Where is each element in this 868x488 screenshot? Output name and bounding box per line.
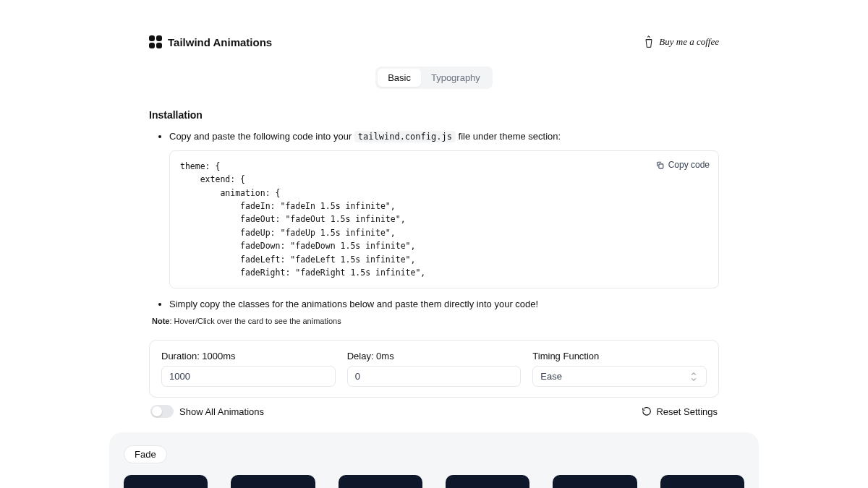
show-all-toggle[interactable] bbox=[150, 405, 174, 418]
chevron-down-icon bbox=[689, 372, 699, 382]
fade-group-title: Fade bbox=[124, 445, 167, 463]
config-filename: tailwind.config.js bbox=[354, 131, 456, 142]
card-fade-out[interactable]: Fade Out bbox=[231, 475, 315, 488]
timing-label: Timing Function bbox=[532, 351, 707, 361]
delay-label: Delay: 0ms bbox=[347, 351, 522, 361]
animation-preview bbox=[124, 475, 208, 488]
installation-steps: Copy and paste the following code into y… bbox=[149, 129, 719, 312]
copy-code-button[interactable]: Copy code bbox=[655, 158, 710, 172]
reset-button[interactable]: Reset Settings bbox=[642, 406, 718, 417]
show-all-toggle-wrap: Show All Animations bbox=[150, 405, 264, 418]
timing-control: Timing Function Ease bbox=[532, 351, 707, 387]
card-fade-up[interactable]: Fade Up bbox=[339, 475, 422, 488]
logo-icon bbox=[149, 35, 162, 48]
tab-group: Basic Typography bbox=[375, 67, 493, 89]
duration-label: Duration: 1000ms bbox=[161, 351, 336, 361]
card-fade-left[interactable]: Fade Left bbox=[553, 475, 637, 488]
code-content: theme: { extend: { animation: { fadeIn: … bbox=[180, 160, 708, 280]
copy-code-label: Copy code bbox=[668, 158, 710, 172]
tab-basic[interactable]: Basic bbox=[378, 69, 421, 87]
animation-preview bbox=[660, 475, 744, 488]
code-block: Copy code theme: { extend: { animation: … bbox=[169, 150, 719, 289]
installation-title: Installation bbox=[149, 109, 719, 121]
duration-input[interactable] bbox=[161, 366, 336, 387]
card-fade-right[interactable]: Fade Right bbox=[660, 475, 744, 488]
delay-control: Delay: 0ms bbox=[347, 351, 522, 387]
fade-group: Fade Fade In Fade Out bbox=[109, 432, 759, 488]
copy-icon bbox=[655, 160, 665, 170]
installation-section: Installation Copy and paste the followin… bbox=[149, 109, 719, 325]
delay-input[interactable] bbox=[347, 366, 522, 387]
tab-typography[interactable]: Typography bbox=[421, 69, 490, 87]
install-step-2: Simply copy the classes for the animatio… bbox=[169, 297, 719, 312]
timing-select[interactable]: Ease bbox=[532, 366, 707, 387]
fade-cards: Fade In Fade Out Fade Up bbox=[124, 475, 744, 488]
controls-panel: Duration: 1000ms Delay: 0ms Timing Funct… bbox=[149, 340, 719, 398]
buy-me-a-coffee-link[interactable]: Buy me a coffee bbox=[643, 35, 719, 49]
show-all-label: Show All Animations bbox=[179, 406, 264, 417]
reset-icon bbox=[642, 406, 652, 416]
coffee-label: Buy me a coffee bbox=[659, 36, 719, 48]
svg-rect-0 bbox=[659, 164, 663, 168]
card-fade-in[interactable]: Fade In bbox=[124, 475, 208, 488]
toolbar: Show All Animations Reset Settings bbox=[149, 405, 719, 418]
note: Note: Hover/Click over the card to see t… bbox=[152, 317, 719, 325]
timing-value: Ease bbox=[540, 371, 562, 382]
animation-preview bbox=[553, 475, 637, 488]
app-title: Tailwind Animations bbox=[168, 36, 272, 48]
reset-label: Reset Settings bbox=[656, 406, 718, 417]
animation-preview bbox=[446, 475, 529, 488]
install-step-1: Copy and paste the following code into y… bbox=[169, 129, 719, 288]
coffee-icon bbox=[643, 35, 655, 49]
gallery: Fade Fade In Fade Out bbox=[109, 432, 759, 488]
duration-control: Duration: 1000ms bbox=[161, 351, 336, 387]
brand: Tailwind Animations bbox=[149, 35, 272, 48]
animation-preview bbox=[339, 475, 422, 488]
header: Tailwind Animations Buy me a coffee bbox=[149, 35, 719, 49]
animation-preview bbox=[231, 475, 315, 488]
card-fade-down[interactable]: Fade Down bbox=[446, 475, 529, 488]
tabs: Basic Typography bbox=[149, 67, 719, 89]
